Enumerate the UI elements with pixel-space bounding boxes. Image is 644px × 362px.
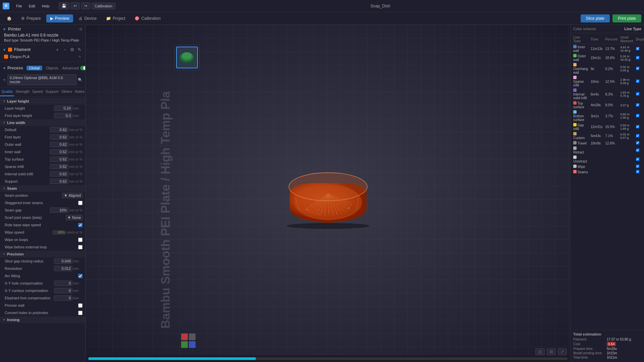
lt-display [635,75,644,88]
process-search-icon[interactable]: 🔍 [78,78,83,82]
slice-gap-input[interactable] [54,258,72,264]
precision-group-label: Precision [7,252,24,256]
lw-outer-wall-input[interactable] [50,142,68,147]
process-tab-objects[interactable]: Objects [43,66,61,70]
precision-group-header[interactable]: ▼ Precision [0,251,85,257]
printer-gear-icon[interactable]: ⚙ [79,27,83,32]
redo-button[interactable]: ↪ [81,2,90,9]
lt-time: 9s [589,62,604,75]
staggered-seams-checkbox[interactable] [78,201,83,205]
layer-height-value: mm [54,106,83,111]
line-type-row: Bottom surface 3m1s 3.7% 0.60 m 1.90 g [572,110,644,122]
lt-display [635,122,644,131]
save-button[interactable]: 💾 [59,2,69,9]
arc-fitting-checkbox[interactable] [78,274,83,278]
wipe-before-ext-label: Wipe before external loop [5,245,78,249]
tab-speed[interactable]: Speed [31,87,44,96]
lt-percent: 12.5% [604,75,619,88]
lt-display [635,140,644,146]
role-base-wipe-checkbox[interactable] [78,223,83,227]
lt-display [635,44,644,54]
lw-inner-wall-input[interactable] [50,149,68,155]
wipe-before-ext-checkbox[interactable] [78,245,83,249]
ironing-group-header[interactable]: ▼ Ironing [0,316,85,323]
seam-gap-input[interactable] [50,207,68,213]
menu-file[interactable]: File [13,3,25,9]
lt-color-swatch [573,110,577,114]
viewport-btn-3[interactable]: ⤢ [558,348,567,355]
precise-wall-row: Precise wall [0,302,85,309]
nav-home[interactable]: 🏠 [3,14,16,22]
wipe-speed-input[interactable] [52,230,66,235]
nav-device[interactable]: 🖨 Device [74,14,101,22]
tab-support[interactable]: Support [44,87,60,96]
filament-remove-button[interactable]: − [62,47,68,53]
model-estimation-row: Model printing time: 1h15m [573,351,641,355]
elephant-foot-input[interactable] [54,295,72,301]
seam-group-header[interactable]: ▼ Seam [0,185,85,192]
tab-others[interactable]: Others [60,87,73,96]
lw-internal-solid-input[interactable] [50,171,68,177]
lt-time: 4m28s [589,101,604,110]
lw-first-layer-input[interactable] [50,134,68,140]
layer-height-unit: mm [73,107,83,110]
layer-progress-bar[interactable] [88,357,568,360]
resolution-input[interactable] [54,266,72,271]
undo-button[interactable]: ↩ [71,2,80,9]
tab-quality[interactable]: Quality [0,87,14,96]
lw-top-surface-input[interactable] [50,157,68,162]
tab-notes[interactable]: Notes [73,87,86,96]
nav-project[interactable]: 📁 Project [102,14,129,22]
lt-display [635,155,644,164]
convert-holes-checkbox[interactable] [78,311,83,315]
lt-percent [604,146,619,155]
menu-edit[interactable]: Edit [26,3,38,9]
filament-settings-button[interactable]: ⚙ [69,47,75,53]
layer-height-input[interactable] [54,106,72,111]
line-type-row: Retract [572,146,644,155]
topbar-menu: File Edit Help [13,3,52,9]
nav-prepare[interactable]: ⚙ Prepare [17,14,45,22]
calibration-button[interactable]: Calibration [92,3,115,9]
viewport-btn-2[interactable]: ⊡ [547,348,556,355]
print-button[interactable]: Print plate [612,14,641,22]
seam-position-dropdown[interactable]: ▼ Aligned [62,193,83,198]
lw-sparse-infill-input[interactable] [50,164,68,169]
lt-filament: 2.98 m 9.39 g [619,75,634,88]
lw-support-label: Support [5,179,50,183]
lt-filament [619,140,634,146]
model-thumbnail[interactable] [176,47,198,68]
viewport-btn-1[interactable]: ◫ [535,348,545,355]
svg-rect-47 [189,341,196,348]
xy-hole-input[interactable] [54,281,72,286]
menu-help[interactable]: Help [39,3,52,9]
xy-contour-input[interactable] [54,288,72,293]
layer-height-group-header[interactable]: ▼ Layer height [0,98,85,105]
advanced-toggle[interactable] [80,66,86,70]
filament-add-button[interactable]: + [54,47,60,53]
lw-default-label: Default [5,128,50,132]
svg-rect-48 [189,334,196,340]
lw-default-input[interactable] [50,127,68,132]
filament-item-edit-icon[interactable]: ✎ [78,55,81,59]
slice-button[interactable]: Slice plate [581,14,610,22]
printer-label: Printer [8,27,21,32]
lt-name-cell: Inner wall [572,44,589,54]
line-width-group-header[interactable]: ▼ Line width [0,119,85,126]
nav-calibration[interactable]: 🎯 Calibration [130,14,164,22]
scarf-joint-dropdown[interactable]: ▼ None [66,215,83,220]
printer-name: Bambu Lab A1 mini 0.6 nozzle [3,33,83,38]
wipe-speed-row: Wipe speed mm/s or % [0,229,85,236]
first-layer-height-input[interactable] [54,113,72,118]
line-type-row: Top surface 4m28s 8.0% 3.07 g [572,101,644,110]
wipe-on-loops-checkbox[interactable] [78,238,83,242]
precise-wall-checkbox[interactable] [78,303,83,308]
calibration-icon: 🎯 [135,16,140,21]
nav-preview[interactable]: ▶ Preview [46,14,73,22]
process-tab-global[interactable]: Global [26,66,43,70]
seam-gap-unit: mm or % [69,208,83,212]
filament-edit-button[interactable]: ✎ [76,47,83,53]
tab-strength[interactable]: Strength [14,87,31,96]
seam-position-value: Aligned [68,193,81,197]
lw-support-input[interactable] [50,179,68,184]
